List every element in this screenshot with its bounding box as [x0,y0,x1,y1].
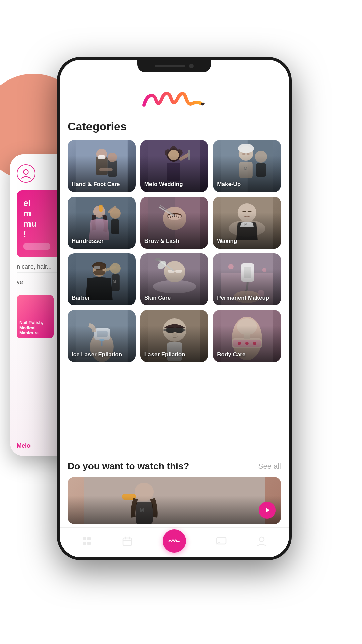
card-label-body-care: Body Care [217,351,277,358]
category-card-ice-laser[interactable]: Ice Laser Epilation [68,310,136,362]
camera [189,64,194,68]
logo-area [60,76,289,120]
app-logo [137,87,211,113]
card-label-barber: Barber [72,294,132,301]
svg-point-109 [259,537,264,542]
calendar-icon [122,536,133,546]
watch-preview[interactable]: M [68,477,281,524]
card-label-makeup: Make-Up [217,181,277,188]
category-card-waxing[interactable]: M Waxing [213,197,281,249]
screen-content: Categories [60,60,289,557]
category-card-skin-care[interactable]: Skin Care [140,253,208,305]
speaker [155,65,185,67]
card-label-waxing: Waxing [217,238,277,245]
category-card-permanent-makeup[interactable]: Permanent Makeup [213,253,281,305]
svg-rect-100 [83,537,86,540]
watch-header: Do you want to watch this? See all [68,461,281,472]
svg-rect-34 [99,205,103,212]
svg-point-22 [242,153,245,155]
category-card-melo-wedding[interactable]: Melo Wedding [140,140,208,192]
category-card-makeup[interactable]: M Make-Up [213,140,281,192]
category-card-laser-epilation[interactable]: Laser Epilation [140,310,208,362]
phone-notch [137,60,211,72]
home-icon [81,536,92,546]
card-label-hairdresser: Hairdresser [72,238,132,245]
card-label-melo-wedding: Melo Wedding [144,181,204,188]
card-label-skin-care: Skin Care [144,294,204,301]
svg-point-21 [238,144,254,153]
category-card-body-care[interactable]: Body Care [213,310,281,362]
messages-icon [216,536,227,546]
watch-title: Do you want to watch this? [68,461,189,472]
category-card-hairdresser[interactable]: Hairdresser [68,197,136,249]
svg-rect-103 [87,542,91,545]
svg-point-0 [24,170,28,174]
nav-item-home[interactable] [81,536,92,546]
nav-item-profile[interactable] [256,536,267,546]
card-label-laser-epilation: Laser Epilation [144,351,204,358]
svg-point-67 [228,264,234,269]
categories-section: Categories [60,120,289,454]
svg-rect-104 [123,538,132,545]
categories-title: Categories [68,120,281,133]
nav-item-calendar[interactable] [122,536,133,546]
category-card-hand-foot[interactable]: Hand & Foot Care [68,140,136,192]
svg-point-60 [155,258,160,261]
bg-avatar [17,164,35,183]
card-label-permanent-makeup: Permanent Makeup [217,294,277,301]
card-label-brow-lash: Brow & Lash [144,238,204,245]
category-card-barber[interactable]: M Barber [68,253,136,305]
svg-marker-99 [266,508,269,513]
see-all-link[interactable]: See all [258,462,281,471]
play-button[interactable] [259,502,276,519]
nav-item-messages[interactable] [216,536,227,546]
card-label-hand-foot: Hand & Foot Care [72,181,132,188]
watch-section: Do you want to watch this? See all [60,454,289,527]
thumb1-label: Nail Polish, Medical Manicure [19,320,51,336]
card-label-ice-laser: Ice Laser Epilation [72,351,132,358]
svg-rect-102 [83,542,86,545]
svg-point-23 [247,153,250,155]
main-phone: Categories [57,57,292,560]
watch-preview-overlay [68,496,281,524]
nav-logo-button[interactable] [163,529,186,553]
svg-rect-101 [87,537,91,540]
bottom-nav [60,527,289,557]
profile-icon [256,536,267,546]
category-card-brow-lash[interactable]: Brow & Lash [140,197,208,249]
categories-grid: Hand & Foot Care [68,140,281,362]
scene: el m mu ! n care, hair... ye Nail Polish… [0,0,362,644]
